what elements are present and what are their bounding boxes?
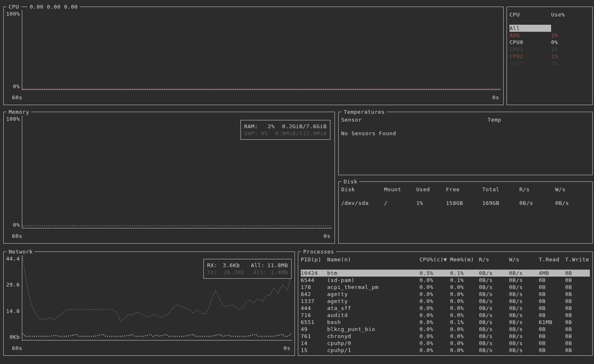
cpu-legend-row[interactable]: CPU00% [509,39,590,46]
process-column-header[interactable]: CPU%(c)▼ [420,256,450,263]
process-cell: 0.0% [450,340,479,347]
process-column-header[interactable]: R/s [479,256,509,263]
process-row[interactable]: 178acpi_thermal_pm0.0%0.0%0B/s0B/s0B0B [301,284,590,291]
memory-panel-title: Memory [7,108,31,115]
memory-y-min-label: 0% [13,221,20,228]
process-cell: 0B/s [479,340,509,347]
disk-column-header: Disk [341,186,384,193]
processes-panel-title: Processes [301,248,336,255]
process-cell: agetty [327,298,420,305]
cpu-y-max-label: 100% [6,10,20,17]
process-cell: 0B/s [509,340,539,347]
memory-graph: RAM: 2% 0.2GiB/7.6GiB SWP: 0% 0.0MiB/512… [22,115,332,228]
process-row[interactable]: 14cpuhp/00.0%0.0%0B/s0B/s0B0B [301,340,590,347]
process-cell: 0.0% [420,347,450,354]
cpu-entry-name: CPU2 [509,53,551,60]
network-panel: Network 44.4 29.6 14.8 0Kb RX: 3.6Kb All… [3,251,295,356]
process-cell: 0.5% [420,270,450,277]
network-y-label-1: 44.4 [6,255,20,262]
process-cell: 0B [539,312,565,319]
cpu-legend-row[interactable]: All [509,25,590,32]
process-row[interactable]: 6551bash0.0%0.1%0B/s0B/s61MB0B [301,319,590,326]
process-row[interactable]: 842agetty0.0%0.0%0B/s0B/s0B0B [301,291,590,298]
cpu-entry-usage: 0% [551,39,590,46]
process-cell: 178 [301,284,327,291]
process-cell: bash [327,319,420,326]
disk-header-row: DiskMountUsedFreeTotalR/sW/s [341,186,590,193]
disk-row[interactable]: /dev/sda/1%158GB169GB0B/s0B/s [341,200,590,207]
process-cell: 0.0% [420,333,450,340]
process-cell: 0B [565,333,590,340]
process-cell: 0.0% [450,347,479,354]
process-cell: 0B/s [479,333,509,340]
temperatures-header-row: Sensor Temp [341,116,590,123]
swap-label: SWP: [244,130,258,137]
swap-percent: 0% [258,130,268,137]
process-cell: ata_sff [327,305,420,312]
process-row[interactable]: 444ata_sff0.0%0.0%0B/s0B/s0B0B [301,305,590,312]
process-row[interactable]: 49blkcg_punt_bio0.0%0.0%0B/s0B/s0B0B [301,326,590,333]
process-column-header[interactable]: PID(p) [301,256,327,263]
cpu-entry-name: CPU3 [509,60,551,67]
process-column-header[interactable]: Name(n) [327,256,420,263]
process-cell: 0B/s [479,284,509,291]
process-cell: 0.0% [450,333,479,340]
process-cell: 14 [301,340,327,347]
memory-y-max-label: 100% [6,115,20,122]
cpu-legend-row[interactable]: CPU21% [509,53,590,60]
disk-panel-title: Disk [342,178,359,185]
process-column-header[interactable]: T.Read [539,256,565,263]
process-cell: 0B [539,298,565,305]
process-cell: 0B/s [509,277,539,284]
process-cell: 0B/s [479,326,509,333]
network-x-right-label: 0s [283,345,290,352]
process-cell: 0B/s [509,305,539,312]
cpu-legend-row[interactable]: AVG1% [509,32,590,39]
temperatures-panel: Temperatures Sensor Temp No Sensors Foun… [338,112,593,175]
process-cell: 0B/s [509,298,539,305]
cpu-legend-row[interactable]: CPU11% [509,46,590,53]
process-cell: 0.0% [450,305,479,312]
rx-all-value: 11.8MB [267,262,288,269]
processes-panel: Processes PID(p)Name(n)CPU%(c)▼Mem%(m)R/… [298,251,593,356]
cpu-column-header: CPU [509,11,551,18]
process-column-header[interactable]: T.Write [565,256,590,263]
process-row[interactable]: 761chronyd0.0%0.0%0B/s0B/s0B0B [301,333,590,340]
process-row[interactable]: 1337agetty0.0%0.0%0B/s0B/s0B0B [301,298,590,305]
process-cell: 0B/s [509,284,539,291]
process-cell: 716 [301,312,327,319]
process-cell: 0B/s [509,291,539,298]
cpu-chart-svg [22,10,501,89]
cpu-entry-usage: 1% [551,53,590,60]
process-row[interactable]: 10424btm0.5%0.1%0B/s0B/s4MB0B [301,270,590,277]
process-cell: 0.0% [420,305,450,312]
process-row[interactable]: 15cpuhp/10.0%0.0%0B/s0B/s0B0B [301,347,590,354]
process-cell: 0B [539,347,565,354]
cpu-entry-usage: 1% [551,46,590,53]
process-row[interactable]: 6544(sd-pam)0.0%0.1%0B/s0B/s0B0B [301,277,590,284]
tx-legend-row: TX: 26.7Kb All: 1.4MB [207,269,288,276]
process-cell: btm [327,270,420,277]
memory-panel: Memory 100% 0% RAM: 2% 0.2GiB/7.6GiB SWP… [3,112,335,244]
process-column-header[interactable]: Mem%(m) [450,256,479,263]
process-cell: 0.1% [450,270,479,277]
disk-column-header: Used [416,186,446,193]
process-cell: 842 [301,291,327,298]
process-cell: 0B [539,340,565,347]
process-column-header[interactable]: W/s [509,256,539,263]
process-cell: 6551 [301,319,327,326]
disk-cell: 169GB [482,200,519,207]
process-cell: 0B [539,284,565,291]
process-cell: 0.1% [450,319,479,326]
process-cell: blkcg_punt_bio [327,326,420,333]
disk-cell: / [384,200,416,207]
process-cell: 0B [565,319,590,326]
rx-value: 3.6Kb [223,262,251,269]
temperatures-panel-title: Temperatures [342,108,387,115]
process-cell: 0.0% [420,326,450,333]
process-cell: 0.0% [450,312,479,319]
cpu-legend-row[interactable]: CPU31% [509,60,590,67]
process-row[interactable]: 716auditd0.0%0.0%0B/s0B/s0B0B [301,312,590,319]
disk-cell: /dev/sda [341,200,384,207]
disk-column-header: W/s [555,186,590,193]
